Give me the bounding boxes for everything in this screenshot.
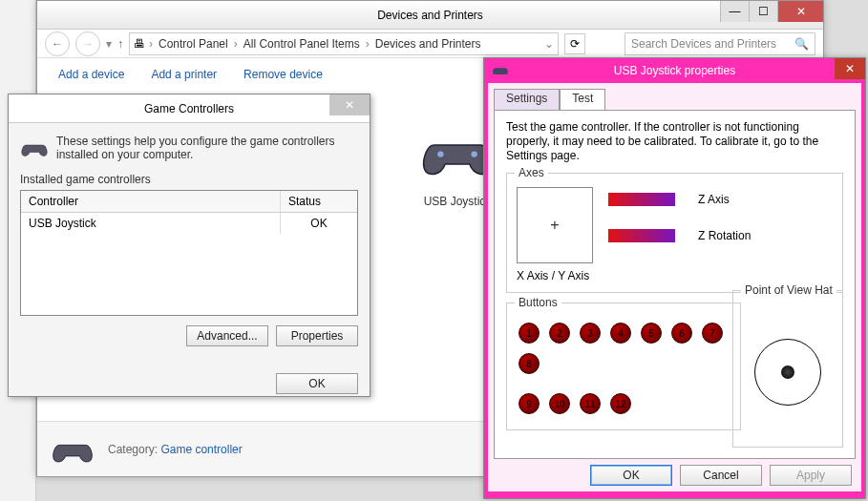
- pov-group: Point of View Hat: [732, 290, 843, 448]
- close-button[interactable]: ✕: [777, 1, 823, 22]
- detail-category-label: Category:: [108, 443, 158, 456]
- explorer-titlebar: Devices and Printers — ☐ ✕: [37, 1, 823, 30]
- controllers-list[interactable]: Controller Status USB Joystick OK: [20, 190, 358, 316]
- ok-button[interactable]: OK: [276, 373, 358, 394]
- search-input[interactable]: Search Devices and Printers 🔍: [625, 32, 815, 55]
- tabs: Settings Test: [494, 89, 856, 110]
- search-placeholder: Search Devices and Printers: [631, 37, 776, 51]
- col-status[interactable]: Status: [281, 191, 357, 212]
- z-rotation-label: Z Rotation: [698, 229, 751, 242]
- row-controller: USB Joystick: [21, 213, 281, 234]
- z-axis-label: Z Axis: [698, 193, 730, 206]
- pov-dot: [781, 365, 794, 379]
- maximize-button[interactable]: ☐: [749, 1, 777, 22]
- row-status: OK: [281, 213, 357, 234]
- explorer-navbar: ← → ▾ ↑ 🖶 › Control Panel › All Control …: [37, 30, 823, 58]
- joystick-button-8: 8: [519, 353, 540, 374]
- installed-label: Installed game controllers: [20, 173, 358, 186]
- joystick-button-6: 6: [671, 323, 692, 344]
- tab-test[interactable]: Test: [560, 89, 605, 110]
- list-header: Controller Status: [21, 191, 357, 213]
- apply-button[interactable]: Apply: [770, 465, 852, 486]
- crumb-control-panel[interactable]: Control Panel: [157, 37, 230, 51]
- gamepad-icon: [51, 430, 95, 469]
- joystick-properties-dialog: USB Joystick properties ✕ Settings Test …: [483, 57, 866, 499]
- up-button[interactable]: ↑: [117, 37, 123, 51]
- buttons-group-label: Buttons: [515, 296, 561, 309]
- z-rotation-bar: [608, 229, 675, 242]
- gamepad-icon: [492, 62, 509, 77]
- list-row[interactable]: USB Joystick OK: [21, 213, 357, 234]
- breadcrumb[interactable]: 🖶 › Control Panel › All Control Panel It…: [129, 32, 559, 55]
- instructions-text: Test the game controller. If the control…: [506, 120, 843, 163]
- pov-hat-indicator: [754, 339, 821, 406]
- advanced-button[interactable]: Advanced...: [186, 325, 268, 346]
- game-controllers-titlebar: Game Controllers ✕: [9, 94, 370, 123]
- properties-button[interactable]: Properties: [276, 325, 358, 346]
- joystick-button-11: 11: [580, 393, 601, 414]
- close-button[interactable]: ✕: [329, 94, 370, 115]
- search-icon: 🔍: [794, 37, 809, 51]
- tab-page-test: Test the game controller. If the control…: [494, 110, 856, 459]
- joystick-button-7: 7: [702, 323, 723, 344]
- game-controllers-title: Game Controllers: [144, 102, 234, 115]
- breadcrumb-dropdown-icon[interactable]: ⌄: [544, 37, 554, 51]
- gamepad-icon: [20, 135, 49, 161]
- xy-axis-box: +: [517, 187, 593, 263]
- joystick-button-12: 12: [610, 393, 631, 414]
- props-titlebar: USB Joystick properties ✕: [484, 58, 865, 83]
- joystick-button-3: 3: [580, 323, 601, 344]
- forward-button[interactable]: →: [75, 31, 100, 56]
- add-printer-link[interactable]: Add a printer: [151, 68, 217, 81]
- svg-point-1: [471, 151, 476, 157]
- props-title: USB Joystick properties: [484, 64, 865, 77]
- svg-point-0: [437, 151, 443, 157]
- refresh-button[interactable]: ⟳: [564, 33, 585, 54]
- folder-icon: 🖶: [134, 37, 145, 51]
- joystick-button-5: 5: [641, 323, 662, 344]
- minimize-button[interactable]: —: [720, 1, 749, 22]
- joystick-button-2: 2: [549, 323, 570, 344]
- joystick-button-4: 4: [610, 323, 631, 344]
- joystick-button-9: 9: [519, 393, 540, 414]
- intro-text: These settings help you configure the ga…: [56, 135, 358, 161]
- xy-caption: X Axis / Y Axis: [517, 269, 593, 282]
- remove-device-link[interactable]: Remove device: [243, 68, 323, 81]
- cancel-button[interactable]: Cancel: [680, 465, 762, 486]
- crumb-all-items[interactable]: All Control Panel Items: [242, 37, 362, 51]
- close-button[interactable]: ✕: [835, 58, 865, 79]
- joystick-button-10: 10: [549, 393, 570, 414]
- crumb-devices-printers[interactable]: Devices and Printers: [373, 37, 483, 51]
- game-controllers-dialog: Game Controllers ✕ These settings help y…: [8, 94, 370, 397]
- axes-group: Axes + X Axis / Y Axis Z Axis Z Rotat: [506, 173, 843, 293]
- buttons-group: Buttons 123456789101112: [506, 303, 741, 430]
- z-axis-bar: [608, 193, 675, 206]
- axes-group-label: Axes: [515, 166, 548, 179]
- col-controller[interactable]: Controller: [21, 191, 281, 212]
- back-button[interactable]: ←: [45, 31, 70, 56]
- explorer-title: Devices and Printers: [377, 9, 483, 22]
- recent-locations-dropdown[interactable]: ▾: [106, 37, 112, 51]
- tab-settings[interactable]: Settings: [494, 89, 560, 110]
- joystick-button-1: 1: [519, 323, 540, 344]
- ok-button[interactable]: OK: [590, 465, 672, 486]
- pov-group-label: Point of View Hat: [741, 283, 836, 297]
- add-device-link[interactable]: Add a device: [58, 68, 124, 81]
- detail-category-value[interactable]: Game controller: [160, 443, 242, 456]
